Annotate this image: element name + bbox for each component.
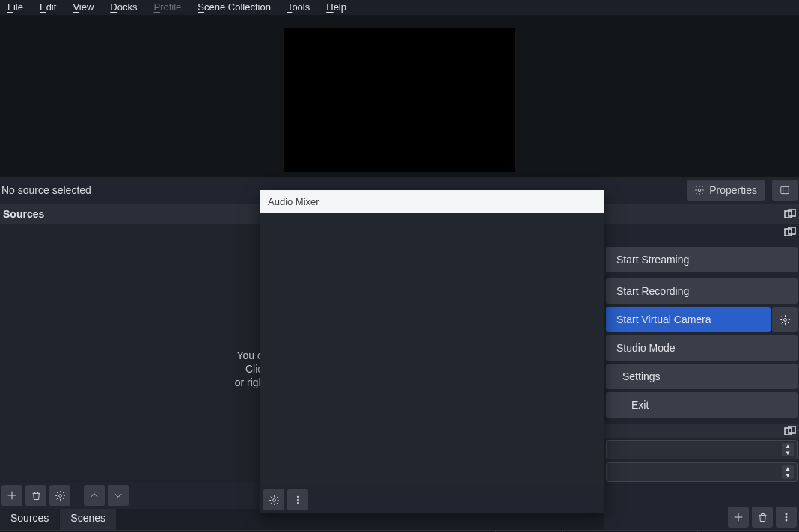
svg-point-14 [297,496,299,498]
menubar: FFileile EditEdit ViewView DocksDocks Pr… [0,0,799,15]
add-source-button[interactable] [1,485,22,506]
preview-canvas[interactable] [284,28,515,172]
virtual-camera-settings-button[interactable] [772,307,798,332]
settings-button[interactable]: Settings [606,364,798,389]
audio-mixer-titlebar[interactable]: Audio Mixer [260,190,604,213]
properties-button[interactable]: Properties [687,180,765,201]
menu-view[interactable]: ViewView [65,1,102,14]
no-source-label: No source selected [1,184,91,196]
start-streaming-button[interactable]: Start Streaming [606,247,798,272]
transition-duration[interactable]: ▲▼ [606,462,798,482]
audio-mixer-title: Audio Mixer [268,196,319,207]
exit-button[interactable]: Exit [606,392,798,418]
menu-help[interactable]: HelpHelp [319,1,355,14]
updown-icon: ▲▼ [782,443,794,456]
gear-icon [694,185,705,195]
transition-controls [604,504,799,530]
move-source-down-button[interactable] [108,485,129,506]
tab-scenes[interactable]: Scenes [60,509,117,530]
svg-point-4 [58,494,61,497]
audio-mixer-window[interactable]: Audio Mixer [260,190,604,513]
menu-docks[interactable]: DocksDocks [102,1,146,14]
studio-mode-button[interactable]: Studio Mode [606,335,798,361]
add-transition-button[interactable] [728,507,749,528]
tab-sources[interactable]: Sources [0,509,60,530]
controls-panel: Start Streaming Start Recording Start Vi… [604,224,799,530]
move-source-up-button[interactable] [84,485,105,506]
start-virtual-camera-button[interactable]: Start Virtual Camera [606,307,771,332]
menu-edit[interactable]: EditEdit [32,1,65,14]
updown-icon: ▲▼ [782,465,794,479]
svg-point-10 [786,513,787,515]
svg-point-11 [786,516,787,518]
popout-icon[interactable] [784,209,796,219]
properties-label: Properties [709,184,757,196]
audio-mixer-footer [260,486,604,513]
svg-point-15 [297,499,299,501]
svg-point-7 [783,318,786,321]
start-recording-button[interactable]: Start Recording [606,278,798,304]
sources-title: Sources [3,208,44,220]
transition-menu-button[interactable] [776,507,797,528]
svg-point-0 [698,189,701,192]
transition-select[interactable]: ▲▼ [606,440,798,459]
audio-mixer-settings-button[interactable] [263,489,284,510]
menu-file[interactable]: FFileile [0,1,32,14]
menu-tools[interactable]: ToolsTools [280,1,319,14]
popout-icon[interactable] [784,227,796,237]
menu-profile[interactable]: ProfileProfile [146,1,190,14]
filters-button[interactable]: Filters [772,180,798,201]
filters-icon [780,185,790,195]
svg-point-13 [272,498,275,501]
audio-mixer-menu-button[interactable] [287,489,308,510]
source-properties-button[interactable] [49,485,70,506]
svg-point-12 [786,519,787,521]
remove-transition-button[interactable] [752,507,773,528]
svg-rect-1 [781,186,789,193]
svg-point-16 [297,502,299,504]
popout-icon[interactable] [784,426,796,436]
audio-mixer-body [260,213,604,486]
menu-scene-collection[interactable]: Scene CollectionScene Collection [190,1,280,14]
preview-area [0,15,799,177]
remove-source-button[interactable] [25,485,46,506]
